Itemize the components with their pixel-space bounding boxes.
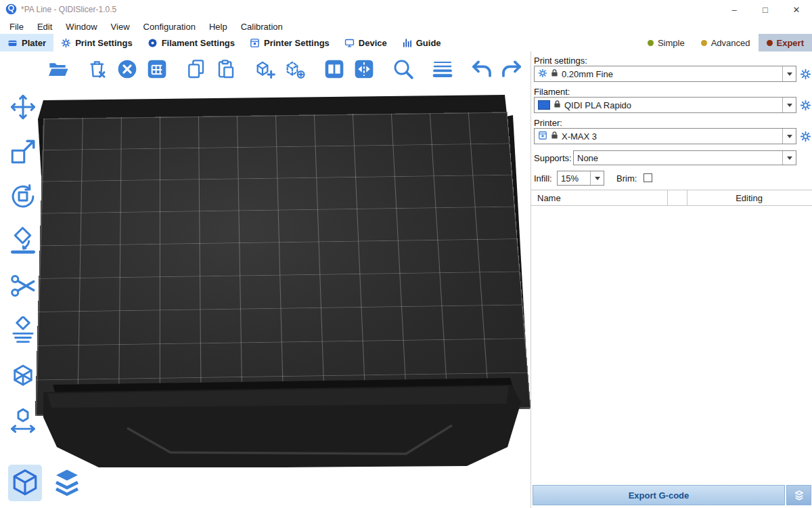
menu-edit[interactable]: Edit (30, 22, 59, 32)
export-gcode-button[interactable]: Export G-code (533, 485, 785, 505)
variable-layer-height-button[interactable] (430, 57, 455, 81)
scale-tool-button[interactable] (7, 135, 39, 168)
mode-simple[interactable]: Simple (639, 34, 693, 51)
lock-icon (551, 68, 558, 79)
close-button[interactable]: ✕ (781, 0, 812, 19)
delete-all-button[interactable] (115, 57, 139, 81)
open-project-button[interactable] (46, 57, 70, 81)
edit-filament-button[interactable] (799, 99, 811, 111)
add-instance-button[interactable] (253, 57, 277, 81)
copy-button[interactable] (184, 57, 208, 81)
tab-print-settings[interactable]: Print Settings (53, 34, 140, 51)
arrange-icon (146, 58, 168, 80)
brim-label: Brim: (616, 173, 637, 184)
expert-mode-dot-icon (767, 40, 773, 46)
column-divider (687, 190, 687, 205)
cut-tool-button[interactable] (7, 270, 39, 302)
chevron-down-icon[interactable] (590, 171, 604, 185)
place-on-face-tool-button[interactable] (7, 225, 39, 257)
split-objects-button[interactable] (322, 57, 346, 81)
advanced-mode-dot-icon (701, 40, 707, 46)
chevron-down-icon[interactable] (782, 66, 796, 81)
remove-instance-icon (284, 58, 306, 80)
lock-icon (551, 131, 558, 142)
tab-guide[interactable]: Guide (394, 34, 449, 51)
tab-label: Print Settings (75, 38, 133, 48)
menu-window[interactable]: Window (59, 22, 104, 32)
plater-toolbar (46, 57, 524, 81)
menu-help[interactable]: Help (202, 22, 234, 32)
chevron-down-icon[interactable] (782, 129, 796, 144)
menu-calibration[interactable]: Calibration (234, 22, 290, 32)
filament-value: QIDI PLA Rapido (564, 100, 631, 110)
edit-printer-button[interactable] (799, 130, 811, 142)
search-button[interactable] (391, 57, 415, 81)
mode-expert[interactable]: Expert (759, 34, 812, 51)
menu-view[interactable]: View (104, 22, 137, 32)
brim-checkbox[interactable] (644, 173, 652, 182)
export-row: Export G-code (533, 485, 811, 505)
add-instance-icon (254, 58, 276, 80)
printer-settings-icon (250, 38, 260, 48)
rotate-tool-button[interactable] (7, 180, 39, 213)
maximize-button[interactable]: □ (750, 0, 781, 19)
mirror-tool-button[interactable] (7, 404, 39, 436)
move-tool-button[interactable] (7, 91, 39, 123)
arrange-button[interactable] (145, 57, 169, 81)
remove-instance-button[interactable] (283, 57, 307, 81)
printer-select[interactable]: X-MAX 3 (534, 128, 796, 144)
menu-file[interactable]: File (3, 22, 30, 32)
print-settings-icon (61, 38, 71, 48)
filament-select[interactable]: QIDI PLA Rapido (534, 97, 796, 113)
rotate-icon (9, 182, 37, 211)
split-parts-icon (353, 58, 375, 80)
minimize-button[interactable]: – (719, 0, 750, 19)
supports-label: Supports: (534, 153, 572, 163)
trash-icon (87, 58, 108, 80)
tab-plater[interactable]: Plater (0, 34, 53, 51)
menu-configuration[interactable]: Configuration (137, 22, 202, 32)
mode-advanced[interactable]: Advanced (693, 34, 759, 51)
settings-sidebar: Print settings: 0.20mm Fine Filament: QI… (531, 51, 812, 508)
tab-label: Filament Settings (162, 38, 235, 48)
tab-printer-settings[interactable]: Printer Settings (242, 34, 337, 51)
chevron-down-icon[interactable] (782, 98, 796, 112)
infill-select[interactable]: 15% (557, 171, 604, 186)
gear-icon (800, 68, 811, 80)
measure-tool-button[interactable] (7, 359, 39, 391)
delete-button[interactable] (85, 57, 110, 81)
object-list-header: Name Editing (531, 190, 812, 206)
app-logo-icon (5, 3, 17, 15)
paste-button[interactable] (214, 57, 238, 81)
gear-icon (800, 100, 811, 111)
supports-value: None (577, 153, 598, 163)
print-settings-label: Print settings: (534, 56, 587, 66)
export-slice-icon (794, 490, 805, 501)
mirror-icon (9, 406, 37, 434)
editor-view-button[interactable] (8, 465, 42, 501)
edit-print-settings-button[interactable] (799, 68, 811, 80)
delete-all-icon (116, 58, 138, 80)
paint-icon (9, 316, 37, 345)
guide-icon (402, 38, 412, 48)
redo-button[interactable] (499, 57, 524, 81)
supports-select[interactable]: None (573, 150, 796, 165)
mode-switcher: Simple Advanced Expert (639, 34, 812, 51)
layers-stack-icon (52, 467, 82, 499)
print-bed-grid (35, 112, 531, 416)
preview-layers-button[interactable] (50, 465, 84, 501)
chevron-down-icon[interactable] (782, 151, 796, 165)
undo-button[interactable] (470, 57, 494, 81)
split-parts-button[interactable] (352, 57, 376, 81)
export-options-button[interactable] (786, 485, 811, 505)
tab-label: Guide (416, 38, 441, 48)
paint-supports-tool-button[interactable] (7, 314, 39, 347)
tab-filament-settings[interactable]: Filament Settings (140, 34, 242, 51)
print-settings-value: 0.20mm Fine (562, 69, 613, 79)
flatten-icon (9, 227, 37, 255)
viewport-3d[interactable] (0, 51, 531, 467)
move-icon (9, 93, 37, 121)
cube-3d-view-icon (11, 467, 39, 499)
tab-device[interactable]: Device (337, 34, 394, 51)
print-settings-select[interactable]: 0.20mm Fine (534, 66, 796, 82)
